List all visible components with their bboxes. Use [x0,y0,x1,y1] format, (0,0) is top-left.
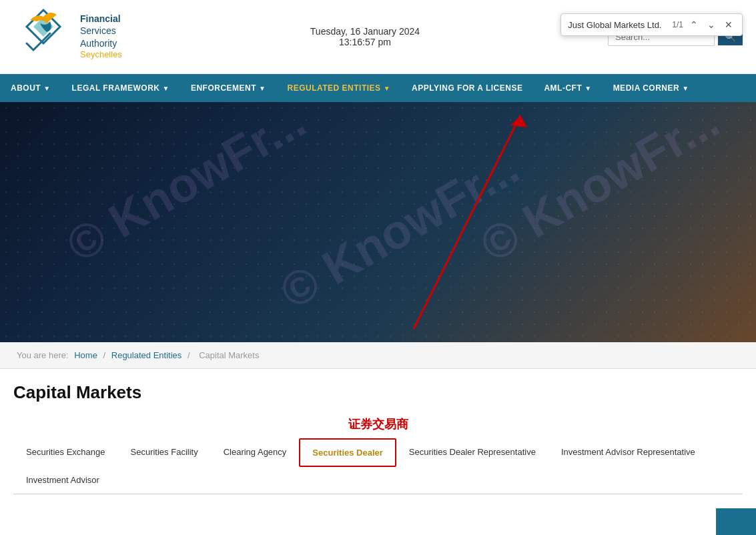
breadcrumb-sep-2: / [187,350,192,360]
nav-legal-arrow: ▼ [163,85,169,92]
logo-text: Financial Services Authority Seychelles [80,13,122,60]
breadcrumb-home[interactable]: Home [74,350,97,360]
main-content: Capital Markets 证券交易商 Securities Exchang… [0,369,756,494]
nav-about-arrow: ▼ [43,85,50,92]
nav-media-arrow: ▼ [682,85,689,92]
tab-clearing-agency[interactable]: Clearing Agency [211,438,300,466]
tabs-container: Securities Exchange Securities Facility … [13,438,743,494]
logo-icon [13,7,73,67]
nav-about[interactable]: ABOUT ▼ [0,74,61,102]
page-title: Capital Markets [13,382,743,403]
chinese-label: 证券交易商 [13,416,743,432]
breadcrumb-capital-markets: Capital Markets [199,350,259,360]
breadcrumb: You are here: Home / Regulated Entities … [0,342,756,369]
find-close-button[interactable]: ✕ [722,18,735,31]
breadcrumb-sep-1: / [103,350,108,360]
header-time: 13:16:57 pm [310,37,420,47]
nav-enforcement-arrow: ▼ [259,85,266,92]
nav-legal-framework[interactable]: LEGAL FRAMEWORK ▼ [61,74,180,102]
blue-sidebar-bar [716,508,756,535]
find-next-button[interactable]: ⌄ [705,18,718,31]
logo-area: Financial Services Authority Seychelles [13,7,122,67]
find-input[interactable] [568,20,668,30]
header: Financial Services Authority Seychelles … [0,0,756,74]
header-datetime: Tuesday, 16 January 2024 13:16:57 pm [310,26,420,47]
tab-securities-dealer-representative[interactable]: Securities Dealer Representative [396,438,548,466]
tab-securities-exchange[interactable]: Securities Exchange [13,438,118,466]
nav-bar: ABOUT ▼ LEGAL FRAMEWORK ▼ ENFORCEMENT ▼ … [0,74,756,102]
tab-securities-dealer[interactable]: Securities Dealer [299,438,396,467]
breadcrumb-label: You are here: [17,350,69,360]
nav-regulated-arrow: ▼ [384,85,390,92]
nav-aml-cft[interactable]: AML-CFT ▼ [533,74,602,102]
nav-media-corner[interactable]: MEDIA CORNER ▼ [603,74,700,102]
hero-dark-overlay [0,102,756,342]
nav-regulated-entities[interactable]: REGULATED ENTITIES ▼ [277,74,402,102]
tab-investment-advisor[interactable]: Investment Advisor [13,466,112,494]
header-date: Tuesday, 16 January 2024 [310,26,420,37]
tab-investment-advisor-representative[interactable]: Investment Advisor Representative [548,438,708,466]
find-count: 1/1 [672,20,683,29]
tab-securities-facility[interactable]: Securities Facility [118,438,211,466]
nav-enforcement[interactable]: ENFORCEMENT ▼ [180,74,277,102]
find-prev-button[interactable]: ⌃ [687,18,701,31]
breadcrumb-regulated-entities[interactable]: Regulated Entities [111,350,182,360]
nav-aml-arrow: ▼ [585,85,591,92]
hero-banner: © KnowFr... © KnowFr... © KnowFr... [0,102,756,342]
nav-applying-license[interactable]: APPLYING FOR A LICENSE [401,74,533,102]
